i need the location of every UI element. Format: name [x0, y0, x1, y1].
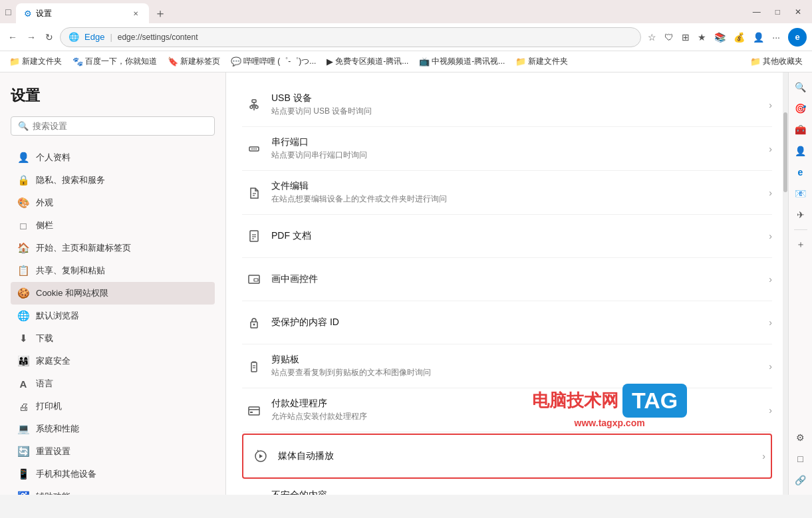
right-profile-button[interactable]: 👤 — [791, 142, 810, 160]
right-search-button[interactable]: 🔍 — [791, 78, 810, 96]
bookmark-other-folder[interactable]: 📁 其他收藏夹 — [746, 55, 807, 68]
forward-button[interactable]: → — [24, 29, 39, 45]
sidebar-item-printer[interactable]: 🖨 打印机 — [11, 395, 215, 418]
bookmark-tencent1[interactable]: ▶ 免费专区频道-腾讯... — [323, 55, 412, 68]
split-screen-button[interactable]: ⊞ — [679, 29, 692, 45]
url-text: edge://settings/content — [118, 33, 198, 42]
settings-more-button[interactable]: ··· — [769, 29, 783, 45]
collections-button[interactable]: 📚 — [712, 29, 728, 45]
right-tools-button[interactable]: 🧰 — [791, 120, 810, 139]
svg-rect-24 — [250, 412, 253, 413]
profile-button[interactable]: 👤 — [750, 29, 767, 45]
right-window-button[interactable]: □ — [791, 450, 810, 468]
file-edit-text: 文件编辑 在站点想要编辑设备上的文件或文件夹时进行询问 — [271, 180, 769, 205]
content-area: USB 设备 站点要访问 USB 设备时询问 › 串行端口 — [226, 72, 788, 495]
insecure-text: 不安全的内容 默认情况下，安全站点... — [271, 489, 769, 495]
bookmark-label: 新建文件夹 — [22, 56, 62, 67]
setting-row-serial[interactable]: 串行端口 站点要访问串行端口时询问 › — [242, 127, 772, 171]
sidebar-item-default-browser[interactable]: 🌐 默认浏览器 — [11, 305, 215, 327]
drm-title: 受保护的内容 ID — [271, 317, 769, 328]
setting-row-file-edit[interactable]: 文件编辑 在站点想要编辑设备上的文件或文件夹时进行询问 › — [242, 171, 772, 215]
bookmark-baidu[interactable]: 🐾 百度一下，你就知道 — [68, 55, 161, 68]
sidebar-item-system[interactable]: 💻 系统和性能 — [11, 418, 215, 440]
back-button[interactable]: ← — [5, 29, 20, 45]
sidebar-item-accessibility[interactable]: ♿ 辅助功能 — [11, 485, 215, 495]
clipboard-title: 剪贴板 — [271, 354, 769, 366]
bookmark-tencent2[interactable]: 📺 中视频频道-腾讯视... — [415, 55, 509, 68]
new-tab-button[interactable]: ＋ — [149, 3, 172, 23]
bookmark-bilibili[interactable]: 💬 哔哩哔哩 (゜-゜)つ... — [227, 55, 320, 68]
reset-nav-icon: 🔄 — [17, 446, 29, 457]
right-outlook-button[interactable]: 📧 — [791, 184, 810, 203]
clipboard-text: 剪贴板 站点要查看复制到剪贴板的文本和图像时询问 — [271, 354, 769, 378]
search-input[interactable] — [33, 121, 207, 131]
sidebar-item-appearance[interactable]: 🎨 外观 — [11, 192, 215, 214]
tab-close-button[interactable]: ✕ — [130, 9, 141, 19]
right-send-button[interactable]: ✈ — [791, 205, 810, 224]
bookmark-newtab[interactable]: 🔖 新建标签页 — [164, 55, 224, 68]
sidebar-item-label: Cookie 和网站权限 — [36, 287, 108, 299]
search-box[interactable]: 🔍 — [11, 116, 215, 136]
sidebar-item-downloads[interactable]: ⬇ 下载 — [11, 327, 215, 350]
insecure-title: 不安全的内容 — [271, 489, 769, 495]
right-panel-separator — [794, 229, 807, 230]
address-input-box[interactable]: 🌐 Edge | edge://settings/content — [60, 27, 641, 47]
sidebar-item-label: 共享、复制和粘贴 — [36, 265, 105, 277]
sidebar-item-share[interactable]: 📋 共享、复制和粘贴 — [11, 259, 215, 282]
bookmark-label: 新建标签页 — [180, 56, 220, 67]
scrollbar-track[interactable] — [783, 72, 788, 495]
setting-row-clipboard[interactable]: 剪贴板 站点要查看复制到剪贴板的文本和图像时询问 › — [242, 344, 772, 388]
close-button[interactable]: ✕ — [789, 5, 807, 19]
autoplay-title: 媒体自动播放 — [278, 450, 762, 462]
sidebar-item-profile[interactable]: 👤 个人资料 — [11, 146, 215, 169]
right-edge-button[interactable]: e — [791, 163, 810, 182]
sidebar-item-label: 下载 — [36, 332, 53, 344]
sidebar-item-start[interactable]: 🏠 开始、主页和新建标签页 — [11, 237, 215, 259]
window-controls: □ — [5, 7, 11, 17]
sidebar-item-family[interactable]: 👨‍👩‍👧 家庭安全 — [11, 350, 215, 372]
setting-row-pdf[interactable]: PDF 文档 › — [242, 215, 772, 258]
svg-rect-16 — [254, 279, 258, 281]
setting-row-usb[interactable]: USB 设备 站点要访问 USB 设备时询问 › — [242, 83, 772, 127]
browser-essentials-button[interactable]: 🛡 — [662, 29, 676, 45]
pdf-chevron-icon: › — [769, 231, 772, 241]
bookmark-folder-2[interactable]: 📁 新建文件夹 — [511, 55, 572, 68]
browser-wallet-button[interactable]: 💰 — [731, 29, 747, 45]
autoplay-text: 媒体自动播放 — [278, 450, 762, 462]
setting-row-insecure[interactable]: 不安全的内容 默认情况下，安全站点... › — [242, 480, 772, 495]
sidebar-item-reset[interactable]: 🔄 重置设置 — [11, 440, 215, 463]
refresh-button[interactable]: ↻ — [43, 29, 56, 45]
usb-title: USB 设备 — [271, 92, 769, 104]
settings-tab[interactable]: ⚙ 设置 ✕ — [16, 3, 149, 23]
right-link-button[interactable]: 🔗 — [791, 471, 810, 489]
right-favorites-button[interactable]: 🎯 — [791, 99, 810, 118]
svg-point-6 — [251, 148, 253, 150]
clipboard-chevron-icon: › — [769, 361, 772, 372]
sidebar-item-privacy[interactable]: 🔒 隐私、搜索和服务 — [11, 169, 215, 192]
sidebar-item-cookies[interactable]: 🍪 Cookie 和网站权限 — [11, 282, 215, 305]
sidebar-item-sidebar[interactable]: □ 侧栏 — [11, 214, 215, 237]
usb-desc: 站点要访问 USB 设备时询问 — [271, 106, 769, 117]
setting-row-payment[interactable]: 付款处理程序 允许站点安装付款处理程序 › — [242, 388, 772, 432]
folder2-icon: 📁 — [515, 57, 526, 66]
setting-row-drm[interactable]: 受保护的内容 ID › — [242, 301, 772, 344]
drm-text: 受保护的内容 ID — [271, 317, 769, 328]
tencent1-icon: ▶ — [327, 57, 333, 66]
setting-row-pip[interactable]: 画中画控件 › — [242, 258, 772, 301]
right-settings-button[interactable]: ⚙ — [791, 428, 810, 447]
sidebar-item-language[interactable]: A 语言 — [11, 372, 215, 395]
autoplay-icon — [249, 444, 273, 468]
right-add-button[interactable]: ＋ — [791, 235, 810, 254]
favorites-star-button[interactable]: ★ — [695, 29, 709, 45]
setting-row-autoplay[interactable]: 媒体自动播放 › — [242, 434, 772, 479]
minimize-button[interactable]: — — [747, 5, 766, 19]
main-content: 设置 🔍 👤 个人资料 🔒 隐私、搜索和服务 🎨 外观 □ 侧栏 🏠 开始、主页… — [0, 72, 812, 495]
favorites-button[interactable]: ☆ — [645, 29, 659, 45]
maximize-button[interactable]: □ — [770, 5, 785, 19]
sidebar-item-phone[interactable]: 📱 手机和其他设备 — [11, 463, 215, 485]
scrollbar-thumb[interactable] — [783, 112, 787, 192]
bookmark-folder-1[interactable]: 📁 新建文件夹 — [5, 55, 66, 68]
pip-icon — [242, 267, 266, 291]
share-nav-icon: 📋 — [17, 265, 29, 277]
privacy-nav-icon: 🔒 — [17, 174, 29, 186]
